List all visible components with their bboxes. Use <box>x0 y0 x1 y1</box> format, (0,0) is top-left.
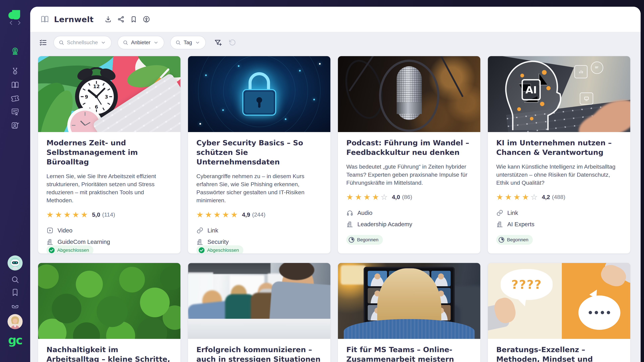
video-icon <box>46 227 54 234</box>
ai-head-shape: AI <box>498 56 572 131</box>
course-provider: GuideCom Learning <box>46 238 172 245</box>
padlock-shape <box>234 65 284 120</box>
course-meta: Video GuideCom Learning <box>46 227 172 245</box>
star-filled-icon: ★ <box>355 193 364 201</box>
quick-search-placeholder: Schnellsuche <box>67 39 98 45</box>
star-filled-icon: ★ <box>81 210 90 219</box>
sidebar-item-learning-world[interactable] <box>11 47 20 56</box>
search-icon <box>58 40 64 45</box>
course-card[interactable]: Fit für MS Teams – Online-Zusammenarbeit… <box>338 263 481 362</box>
list-check-icon[interactable] <box>39 38 48 47</box>
header-actions <box>104 15 150 23</box>
course-image-meeting <box>188 263 330 339</box>
user-check-icon <box>11 121 20 130</box>
course-card[interactable]: 12369 <box>38 56 181 254</box>
svg-text:9: 9 <box>85 94 88 100</box>
course-card[interactable]: Podcast: Führung im Wandel – Feedbackkul… <box>338 56 481 254</box>
share-icon[interactable] <box>117 15 125 23</box>
progress-clock-icon <box>498 237 505 243</box>
gc-brand-logo: gc <box>0 334 30 347</box>
course-title: Beratungs-Exzellenz – Methoden, Mindset … <box>496 345 622 362</box>
sidebar-item-achievements[interactable] <box>11 67 20 76</box>
course-title: Cyber Security Basics – So schützen Sie … <box>196 138 322 167</box>
tag-dropdown[interactable]: Tag <box>170 36 206 49</box>
sidebar-collapse-button[interactable] <box>8 19 14 26</box>
star-rating: ★★★★☆ <box>496 193 539 201</box>
chevron-down-icon <box>153 40 159 45</box>
sidebar: gc <box>0 0 30 362</box>
star-filled-icon: ★ <box>222 210 230 219</box>
accessibility-icon[interactable] <box>142 15 150 23</box>
search-icon <box>122 40 128 45</box>
course-title: Nachhaltigkeit im Arbeitsalltag – kleine… <box>46 345 172 362</box>
star-filled-icon: ★ <box>64 210 72 219</box>
sidebar-item-library[interactable] <box>11 81 20 89</box>
course-meta: Audio Leadership Academy <box>346 209 472 228</box>
bookmark-icon[interactable] <box>11 288 20 297</box>
sidebar-item-certificates[interactable] <box>11 107 20 116</box>
star-rating: ★★★★★ <box>196 211 239 219</box>
rating-value: 4,0 <box>392 194 400 200</box>
search-icon <box>175 40 181 45</box>
award-lightbulb-icon <box>11 47 20 56</box>
star-rating: ★★★★★ <box>46 211 90 219</box>
star-filled-icon: ★ <box>72 210 81 219</box>
star-filled-icon: ★ <box>505 193 513 201</box>
building-icon <box>46 238 54 245</box>
course-card[interactable]: AI KI im Unternehmen nutzen – Chancen & … <box>488 56 630 254</box>
check-circle-icon <box>48 247 55 253</box>
status-badge: Abgeschlossen <box>46 245 94 254</box>
chart-icon <box>574 65 588 78</box>
bookmark-icon[interactable] <box>130 15 138 23</box>
rating-count: (244) <box>252 211 265 218</box>
course-description: Lernen Sie, wie Sie Ihre Arbeitszeit eff… <box>46 172 172 204</box>
course-description: Cyberangriffe nehmen zu – in diesem Kurs… <box>196 172 322 204</box>
rotate-ccw-icon[interactable] <box>228 38 236 46</box>
building-icon <box>346 221 353 228</box>
course-rating: ★★★★☆ 4,0 (86) <box>346 193 472 201</box>
user-avatar[interactable] <box>8 314 23 329</box>
search-icon[interactable] <box>11 275 20 284</box>
status-badge: Begonnen <box>496 235 533 245</box>
course-provider: AI Experts <box>496 221 622 228</box>
star-outline-icon: ☆ <box>531 193 539 201</box>
star-filled-icon: ★ <box>46 210 55 219</box>
course-rating: ★★★★★ 5,0 (114) <box>46 211 172 219</box>
course-rating: ★★★★★ 4,9 (244) <box>196 211 322 219</box>
robot-avatar[interactable] <box>8 255 23 271</box>
svg-text:3: 3 <box>105 94 108 100</box>
sidebar-item-events[interactable] <box>10 93 20 104</box>
course-card[interactable]: Erfolgreich kommunizieren – auch in stre… <box>188 263 331 362</box>
star-filled-icon: ★ <box>372 193 380 201</box>
rating-count: (488) <box>552 194 565 200</box>
course-provider: Security <box>196 238 322 245</box>
sidebar-expand-button[interactable] <box>16 19 22 26</box>
course-image-time-management: 12369 <box>38 56 180 132</box>
provider-dropdown[interactable]: Anbieter <box>118 36 164 49</box>
chevron-down-icon <box>100 40 106 45</box>
building-icon <box>496 221 503 228</box>
course-title: Fit für MS Teams – Online-Zusammenarbeit… <box>346 345 472 362</box>
download-icon[interactable] <box>104 15 112 23</box>
star-filled-icon: ★ <box>522 193 530 201</box>
course-image-video-call <box>338 263 480 339</box>
star-filled-icon: ★ <box>364 193 372 201</box>
svg-text:12: 12 <box>93 84 100 89</box>
star-filled-icon: ★ <box>55 210 64 219</box>
course-grid: 12369 <box>30 49 641 362</box>
course-card[interactable]: Nachhaltigkeit im Arbeitsalltag – kleine… <box>38 263 181 362</box>
course-card[interactable]: ???? Beratungs-Exzellenz – Methoden, Min… <box>488 263 630 362</box>
funnel-plus-icon[interactable] <box>214 38 222 46</box>
course-card[interactable]: Cyber Security Basics – So schützen Sie … <box>188 56 331 254</box>
inbox-icon[interactable] <box>11 301 20 310</box>
rating-value: 5,0 <box>92 211 100 218</box>
star-filled-icon: ★ <box>346 193 355 201</box>
course-image-podcast <box>338 56 480 132</box>
tag-label: Tag <box>184 39 192 45</box>
course-type: Video <box>46 227 172 234</box>
quick-search-dropdown[interactable]: Schnellsuche <box>54 36 112 49</box>
status-badge: Begonnen <box>346 235 383 245</box>
sidebar-item-trainer-profile[interactable] <box>11 121 20 130</box>
page-title: Lernwelt <box>54 15 94 24</box>
course-meta: Link AI Experts <box>496 209 622 228</box>
